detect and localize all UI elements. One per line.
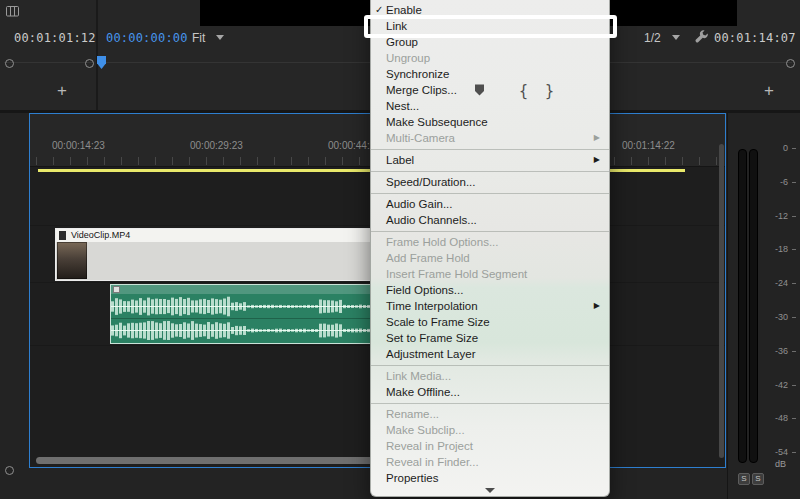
menu-scroll-down-icon[interactable] [485,488,495,493]
meter-scale-label: -48 [760,413,788,423]
menu-item-make-subsequence[interactable]: Make Subsequence [371,114,609,130]
fx-badge-icon [59,231,66,240]
scrub-handle-icon[interactable] [5,59,14,68]
menu-item-label: Audio Channels... [386,214,477,226]
meter-unit-label: dB [756,459,786,469]
menu-item-label: Nest... [386,100,419,112]
menu-item-set-to-frame-size[interactable]: Set to Frame Size [371,330,609,346]
menu-item-label: Insert Frame Hold Segment [386,268,527,280]
meter-tick [792,317,796,318]
menu-item-label: Synchronize [386,68,449,80]
meter-scale-label: 0 [760,143,788,153]
mark-out-icon[interactable]: } [545,84,554,99]
solo-button[interactable]: S [738,473,750,485]
menu-item-field-options[interactable]: Field Options... [371,282,609,298]
scrub-handle-icon[interactable] [85,59,94,68]
wrench-settings-icon[interactable] [694,30,709,45]
menu-item-synchronize[interactable]: Synchronize [371,66,609,82]
meter-tick [792,148,796,149]
menu-item-label: Set to Frame Size [386,332,478,344]
menu-item-time-interpolation[interactable]: Time Interpolation▶ [371,298,609,314]
zoom-fit-label: Fit [192,31,205,45]
menu-item-make-offline[interactable]: Make Offline... [371,384,609,400]
menu-item-label: Add Frame Hold [386,252,470,264]
playback-resolution-dropdown[interactable]: 1/2 [644,31,680,45]
menu-item-reveal-in-project: Reveal in Project [371,438,609,454]
ruler-label: 00:01:14:22 [622,140,675,151]
premiere-window: 00:01:01:12 00:00:00:00 Fit 1/2 00:01:14… [0,0,800,499]
meter-scale-label: -24 [760,278,788,288]
vertical-scrollbar[interactable] [719,144,724,458]
menu-item-insert-frame-hold-segment: Insert Frame Hold Segment [371,266,609,282]
zoom-fit-dropdown[interactable]: Fit [192,31,224,45]
submenu-arrow-icon: ▶ [594,298,600,314]
audio-meters-panel: 0-6-12-18-24-30-36-42-48-54 dB S S [727,113,800,499]
menu-item-merge-clips[interactable]: Merge Clips... [371,82,609,98]
menu-item-label: Rename... [386,408,439,420]
source-timecode: 00:01:01:12 [14,31,96,45]
menu-item-label: Adjustment Layer [386,348,476,360]
fx-badge-icon [113,286,120,293]
menu-item-audio-channels[interactable]: Audio Channels... [371,212,609,228]
menu-item-speed-duration[interactable]: Speed/Duration... [371,174,609,190]
ruler-label: 00:00:29:23 [190,140,243,151]
menu-separator [371,171,609,172]
menu-item-label: Properties [386,472,438,484]
chevron-down-icon [216,35,224,40]
scrub-handle-icon[interactable] [5,466,14,475]
menu-item-label: Scale to Frame Size [386,316,490,328]
menu-item-label: Make Subsequence [386,116,488,128]
submenu-arrow-icon: ▶ [594,130,600,146]
video-thumbnail [57,242,87,279]
menu-separator [371,149,609,150]
menu-item-frame-hold-options: Frame Hold Options... [371,234,609,250]
menu-item-add-frame-hold: Add Frame Hold [371,250,609,266]
meter-tick [792,351,796,352]
menu-item-make-subclip: Make Subclip... [371,422,609,438]
menu-item-label: Speed/Duration... [386,176,476,188]
menu-item-rename: Rename... [371,406,609,422]
position-timecode[interactable]: 00:00:00:00 [106,31,188,45]
resolution-label: 1/2 [644,31,661,45]
menu-item-label: Make Offline... [386,386,460,398]
scrub-handle-icon[interactable] [786,59,795,68]
plus-button-left[interactable]: + [57,82,67,99]
menu-item-enable[interactable]: ✓Enable [371,2,609,18]
menu-separator [371,231,609,232]
mini-scrub-track[interactable] [4,62,92,63]
menu-item-multi-camera: Multi-Camera▶ [371,130,609,146]
menu-item-scale-to-frame-size[interactable]: Scale to Frame Size [371,314,609,330]
meter-tick [792,283,796,284]
menu-item-label: Reveal in Project [386,440,473,452]
checkmark-icon: ✓ [375,2,383,18]
playhead-marker[interactable] [97,56,106,69]
menu-item-label: Time Interpolation [386,300,478,312]
menu-item-label: Field Options... [386,284,463,296]
panel-divider [96,0,98,110]
menu-item-ungroup: Ungroup [371,50,609,66]
meter-scale-label: -12 [760,211,788,221]
mark-in-icon[interactable]: { [519,84,528,99]
solo-button[interactable]: S [752,473,764,485]
meter-scale-label: -30 [760,312,788,322]
menu-item-link-media: Link Media... [371,368,609,384]
menu-item-properties[interactable]: Properties [371,470,609,486]
meter-bar-right [749,149,758,463]
add-marker-icon[interactable] [473,83,486,97]
submenu-arrow-icon: ▶ [594,152,600,168]
context-menu: ✓EnableLinkGroupUngroupSynchronizeMerge … [370,0,610,497]
meter-bar-left [738,149,747,463]
menu-item-link[interactable]: Link [371,18,609,34]
menu-item-reveal-in-finder: Reveal in Finder... [371,454,609,470]
menu-item-label[interactable]: Label▶ [371,152,609,168]
menu-item-label: Group [386,36,418,48]
video-clip-name: VideoClip.MP4 [71,230,130,240]
menu-item-audio-gain[interactable]: Audio Gain... [371,196,609,212]
menu-item-nest[interactable]: Nest... [371,98,609,114]
menu-item-label: Multi-Camera [386,132,455,144]
plus-button-right[interactable]: + [764,82,774,99]
menu-item-adjustment-layer[interactable]: Adjustment Layer [371,346,609,362]
menu-item-label: Make Subclip... [386,424,465,436]
meter-tick [792,216,796,217]
menu-item-group[interactable]: Group [371,34,609,50]
